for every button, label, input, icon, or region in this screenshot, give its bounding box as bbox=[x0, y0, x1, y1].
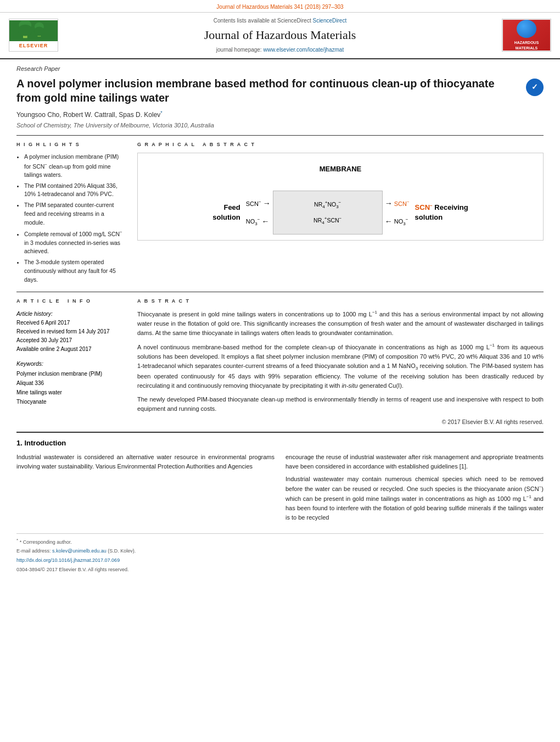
top-left-arrow-row: SCN− → bbox=[246, 198, 271, 209]
highlights-heading: H I G H L I G H T S bbox=[16, 141, 126, 148]
membrane-box: NR4+NO3− NR4+SCN− bbox=[273, 191, 383, 235]
journal-top-bar: Journal of Hazardous Materials 341 (2018… bbox=[0, 0, 560, 13]
graphical-abstract-box: MEMBRANE Feedsolution SCN− → bbox=[137, 153, 544, 241]
footer-doi: http://dx.doi.org/10.1016/j.jhazmat.2017… bbox=[16, 557, 544, 564]
abstract-text: Thiocyanate is present in gold mine tail… bbox=[137, 309, 544, 414]
no3-label-bottom-right: NO3− bbox=[394, 216, 408, 227]
homepage-url[interactable]: www.elsevier.com/locate/jhazmat bbox=[263, 47, 344, 53]
introduction-two-col: Industrial wastewater is considered an a… bbox=[16, 453, 544, 526]
membrane-diagram-wrapper: MEMBRANE Feedsolution SCN− → bbox=[145, 159, 535, 235]
arrow-left-bottom: ← bbox=[261, 216, 269, 227]
available-date: Available online 2 August 2017 bbox=[16, 345, 126, 354]
graphical-abstract-col: G R A P H I C A L A B S T R A C T MEMBRA… bbox=[137, 141, 544, 286]
arrow-right-top2: → bbox=[385, 198, 393, 209]
corresponding-label: * Corresponding author. bbox=[20, 539, 72, 545]
hazmat-globe-icon bbox=[517, 20, 536, 37]
intro-left-para: Industrial wastewater is considered an a… bbox=[16, 453, 275, 471]
highlight-item-2: The PIM contained 20% Aliquat 336, 10% 1… bbox=[24, 182, 126, 199]
article-content: Research Paper A novel polymer inclusion… bbox=[0, 59, 560, 578]
membrane-bottom-ions: NR4+SCN− bbox=[313, 215, 341, 226]
highlight-item-5: The 3-module system operated continuousl… bbox=[24, 258, 126, 284]
sciencedirect-text: Contents lists available at ScienceDirec… bbox=[64, 17, 496, 25]
introduction-heading: 1. Introduction bbox=[16, 438, 544, 448]
crossmark-circle: ✓ bbox=[526, 79, 544, 96]
email-label: E-mail address: bbox=[16, 548, 51, 554]
affiliation: School of Chemistry, The University of M… bbox=[16, 121, 544, 130]
right-arrows: → SCN− ← NO3− bbox=[385, 198, 410, 227]
arrow-right-top: → bbox=[263, 198, 271, 209]
membrane-diagram: Feedsolution SCN− → NO3− ← bbox=[145, 191, 535, 235]
keyword-4: Thiocyanate bbox=[16, 397, 126, 406]
keyword-3: Mine tailings water bbox=[16, 388, 126, 397]
bottom-right-arrow-row: ← NO3− bbox=[385, 216, 410, 227]
svg-point-5 bbox=[34, 27, 44, 36]
article-title-row: A novel polymer inclusion membrane based… bbox=[16, 76, 544, 105]
hazmat-inner: HAZARDOUSMATERIALS bbox=[503, 20, 550, 51]
keyword-2: Aliquat 336 bbox=[16, 378, 126, 388]
membrane-label: MEMBRANE bbox=[320, 164, 362, 174]
top-right-arrow-row: → SCN− bbox=[385, 198, 410, 209]
introduction-section: 1. Introduction Industrial wastewater is… bbox=[16, 432, 544, 526]
footer-email: E-mail address: s.kolev@unimelb.edu.au (… bbox=[16, 548, 544, 555]
abstract-para-2: A novel continuous membrane-based method… bbox=[137, 342, 544, 390]
article-info-heading: A R T I C L E I N F O bbox=[16, 298, 126, 305]
highlights-col: H I G H L I G H T S A polymer inclusion … bbox=[16, 141, 126, 286]
elsevier-tree-svg bbox=[17, 21, 50, 41]
hazmat-label: HAZARDOUSMATERIALS bbox=[514, 40, 539, 51]
highlight-item-1: A polymer inclusion membrane (PIM) for S… bbox=[24, 153, 126, 180]
journal-header: ELSEVIER Contents lists available at Sci… bbox=[0, 13, 560, 59]
highlight-item-3: The PIM separated counter-current feed a… bbox=[24, 201, 126, 227]
page-wrapper: Journal of Hazardous Materials 341 (2018… bbox=[0, 0, 560, 578]
article-history-title: Article history: bbox=[16, 309, 126, 319]
received-date: Received 6 April 2017 bbox=[16, 319, 126, 327]
membrane-top-ions: NR4+NO3− bbox=[314, 199, 341, 210]
elsevier-name-label: ELSEVIER bbox=[9, 41, 58, 51]
abstract-para-3: The newly developed PIM-based thiocyanat… bbox=[137, 395, 544, 414]
nr4-scn-label: NR4+SCN− bbox=[313, 215, 341, 226]
footer-issn: 0304-3894/© 2017 Elsevier B.V. All right… bbox=[16, 566, 544, 573]
email-suffix: (S.D. Kolev). bbox=[108, 548, 136, 554]
abstract-copyright: © 2017 Elsevier B.V. All rights reserved… bbox=[137, 418, 544, 426]
hazmat-logo: HAZARDOUSMATERIALS bbox=[502, 19, 551, 52]
intro-right-col: encourage the reuse of industrial wastew… bbox=[285, 453, 544, 526]
article-history: Article history: Received 6 April 2017 R… bbox=[16, 309, 126, 354]
journal-title: Journal of Hazardous Materials bbox=[64, 27, 496, 44]
no3-label-bottom-left: NO3− bbox=[246, 216, 260, 227]
graphical-abstract-heading: G R A P H I C A L A B S T R A C T bbox=[137, 141, 544, 148]
footer-corresponding: * * Corresponding author. bbox=[16, 537, 544, 546]
email-address[interactable]: s.kolev@unimelb.edu.au bbox=[52, 548, 107, 554]
intro-left-col: Industrial wastewater is considered an a… bbox=[16, 453, 275, 526]
left-arrows: SCN− → NO3− ← bbox=[246, 198, 271, 227]
article-info-abstract-section: A R T I C L E I N F O Article history: R… bbox=[16, 292, 544, 426]
accepted-date: Accepted 30 July 2017 bbox=[16, 336, 126, 345]
elsevier-logo-green bbox=[9, 20, 58, 41]
elsevier-logo: ELSEVIER bbox=[9, 19, 58, 52]
keywords-section: Keywords: Polymer inclusion membrane (PI… bbox=[16, 359, 126, 406]
revised-date: Received in revised form 14 July 2017 bbox=[16, 327, 126, 336]
intro-right-para-2: Industrial wastewater may contain numero… bbox=[285, 475, 544, 522]
journal-ref: Journal of Hazardous Materials 341 (2018… bbox=[216, 4, 343, 10]
highlights-graphical-section: H I G H L I G H T S A polymer inclusion … bbox=[16, 135, 544, 286]
authors: Youngsoo Cho, Robert W. Cattrall, Spas D… bbox=[16, 109, 544, 120]
article-info-col: A R T I C L E I N F O Article history: R… bbox=[16, 298, 126, 426]
bottom-left-arrow-row: NO3− ← bbox=[246, 216, 271, 227]
article-type-label: Research Paper bbox=[16, 65, 544, 73]
svg-point-2 bbox=[18, 25, 33, 36]
arrow-left-bottom2: ← bbox=[385, 216, 393, 227]
crossmark-badge: ✓ bbox=[526, 79, 544, 96]
journal-homepage: journal homepage: www.elsevier.com/locat… bbox=[64, 46, 496, 54]
keywords-title: Keywords: bbox=[16, 359, 126, 369]
abstract-col: A B S T R A C T Thiocyanate is present i… bbox=[137, 298, 544, 426]
feed-label: Feedsolution bbox=[212, 203, 240, 222]
highlight-item-4: Complete removal of 1000 mg/L SCN− in 3 … bbox=[24, 229, 126, 256]
journal-center: Contents lists available at ScienceDirec… bbox=[64, 17, 496, 54]
abstract-para-1: Thiocyanate is present in gold mine tail… bbox=[137, 309, 544, 338]
receiving-label: SCN− Receivingsolution bbox=[415, 203, 468, 223]
article-footer: * * Corresponding author. E-mail address… bbox=[16, 533, 544, 573]
article-title: A novel polymer inclusion membrane based… bbox=[16, 76, 520, 105]
keyword-1: Polymer inclusion membrane (PIM) bbox=[16, 369, 126, 378]
doi-link[interactable]: http://dx.doi.org/10.1016/j.jhazmat.2017… bbox=[16, 557, 120, 563]
authors-text: Youngsoo Cho, Robert W. Cattrall, Spas D… bbox=[16, 111, 160, 119]
highlights-list: A polymer inclusion membrane (PIM) for S… bbox=[16, 153, 126, 284]
nr4-no3-label: NR4+NO3− bbox=[314, 199, 341, 210]
